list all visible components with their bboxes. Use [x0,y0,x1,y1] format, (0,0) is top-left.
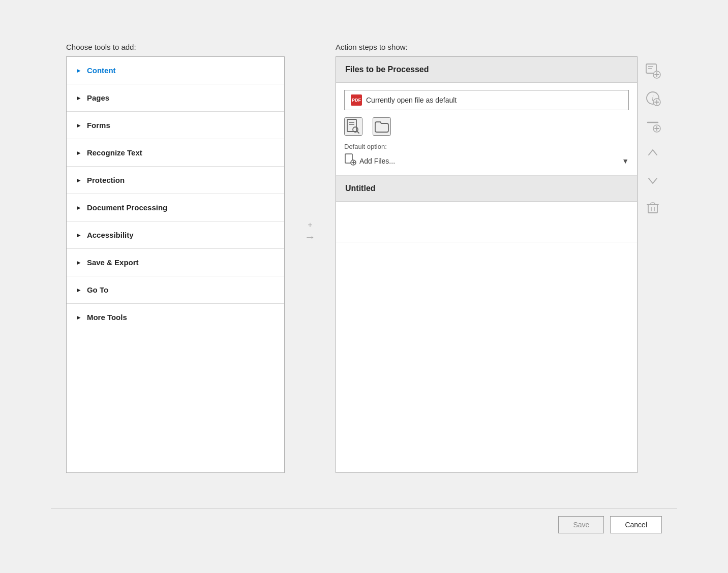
chevron-icon: ► [76,94,82,102]
chevron-icon: ► [76,204,82,211]
svg-rect-0 [347,119,356,132]
chevron-icon: ► [76,122,82,129]
right-panel-label: Action steps to show: [336,43,662,51]
untitled-section-header: Untitled [336,176,637,202]
chevron-icon: ► [76,286,82,294]
folder-icon-button[interactable] [373,117,391,136]
tool-item-protection[interactable]: ►Protection [67,167,284,194]
left-panel: Choose tools to add: ►Content►Pages►Form… [66,43,285,473]
chevron-icon: ► [76,232,82,239]
delete-button[interactable] [644,199,662,217]
plus-icon: + [308,220,312,230]
tool-label: Accessibility [87,231,134,239]
tools-list: ►Content►Pages►Forms►Recognize Text►Prot… [66,56,285,473]
files-section-header: Files to be Processed [336,57,637,83]
tool-label: Go To [87,285,108,294]
tool-label: Content [87,66,116,75]
info-button[interactable]: i [644,89,662,107]
arrow-right-icon: → [305,231,316,244]
tool-label: Recognize Text [87,148,142,157]
add-step-button[interactable] [644,61,662,80]
tool-label: Pages [87,93,109,102]
tool-item-save-export[interactable]: ►Save & Export [67,249,284,276]
tool-label: Forms [87,121,110,130]
svg-line-4 [357,132,359,133]
left-panel-label: Choose tools to add: [66,43,285,51]
tool-label: More Tools [87,313,127,322]
chevron-icon: ► [76,177,82,184]
tool-label: Protection [87,176,125,184]
add-files-label: Add Files... [359,157,395,165]
empty-section-2 [336,242,637,445]
chevron-icon: ► [76,67,82,74]
pdf-icon: PDF [351,94,362,106]
tool-item-more-tools[interactable]: ►More Tools [67,304,284,331]
cancel-button[interactable]: Cancel [610,516,662,533]
add-files-button[interactable]: Add Files... [344,153,618,168]
move-up-button[interactable] [644,144,662,162]
tool-item-pages[interactable]: ►Pages [67,84,284,112]
files-section: PDF Currently open file as default [336,83,637,176]
chevron-icon: ► [76,149,82,156]
chevron-icon: ► [76,314,82,321]
right-panel: Action steps to show: Files to be Proces… [336,43,662,473]
dialog: Choose tools to add: ►Content►Pages►Form… [51,33,677,540]
tool-item-forms[interactable]: ►Forms [67,112,284,139]
tool-label: Save & Export [87,258,139,267]
tool-label: Document Processing [87,203,167,212]
insert-button[interactable] [644,116,662,135]
save-button[interactable]: Save [558,516,604,533]
add-file-icon [344,153,356,168]
tool-item-document-processing[interactable]: ►Document Processing [67,194,284,221]
middle-panel: + → [285,43,336,244]
tool-item-go-to[interactable]: ►Go To [67,276,284,304]
add-files-row: Add Files... ▼ [344,153,629,168]
current-file-button[interactable]: PDF Currently open file as default [344,90,629,110]
dropdown-arrow-icon[interactable]: ▼ [622,157,629,165]
file-icons-row [344,117,629,136]
tool-item-recognize-text[interactable]: ►Recognize Text [67,139,284,167]
tool-item-content[interactable]: ►Content [67,57,284,84]
dialog-footer: Save Cancel [51,508,677,540]
tool-item-accessibility[interactable]: ►Accessibility [67,221,284,249]
current-file-label: Currently open file as default [366,96,457,104]
svg-rect-24 [648,205,657,213]
empty-section-1 [336,202,637,242]
move-down-button[interactable] [644,171,662,189]
chevron-icon: ► [76,259,82,266]
action-steps-box: Files to be Processed PDF Currently open… [336,56,638,473]
side-actions: i [644,56,662,217]
search-file-icon-button[interactable] [344,117,362,136]
default-option-label: Default option: [344,143,629,150]
add-to-steps-icon[interactable]: + → [305,220,316,244]
